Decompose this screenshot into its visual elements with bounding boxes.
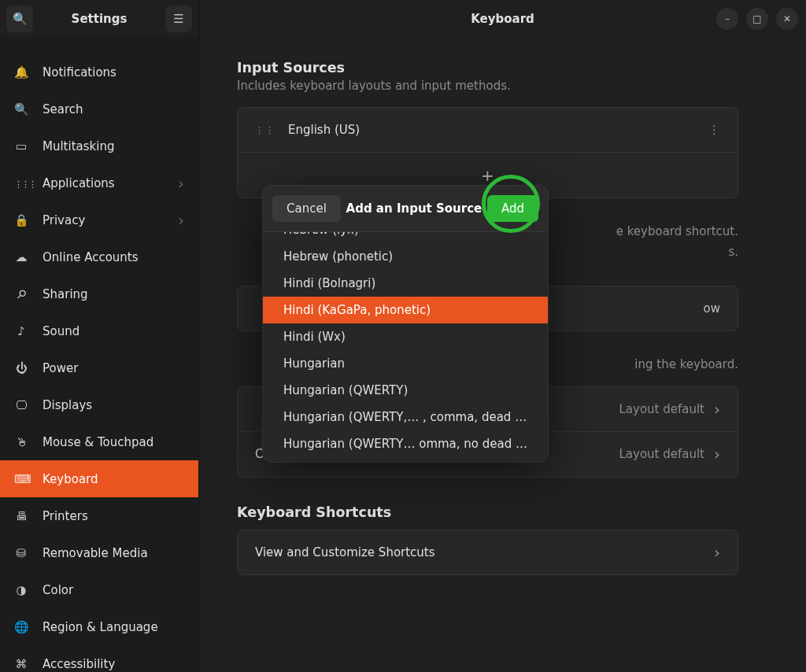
add-button[interactable]: Add bbox=[487, 195, 538, 222]
compose-key-value: Layout default bbox=[619, 447, 704, 461]
chevron-right-icon bbox=[714, 543, 720, 562]
sidebar-item-label: Applications bbox=[43, 176, 115, 190]
sidebar-item-label: Notifications bbox=[43, 65, 116, 79]
input-source-option[interactable]: Hindi (Bolnagri) bbox=[263, 270, 548, 297]
sidebar-item-printers[interactable]: Printers bbox=[0, 497, 198, 534]
sidebar-item-label: Accessibility bbox=[43, 657, 115, 671]
headerbar-left: Settings bbox=[0, 0, 199, 38]
sidebar-item-label: Sharing bbox=[43, 287, 88, 301]
sidebar[interactable]: NotificationsSearchMultitaskingApplicati… bbox=[0, 38, 199, 672]
search-button[interactable] bbox=[6, 6, 33, 32]
input-source-option[interactable]: Hindi (KaGaPa, phonetic) bbox=[263, 297, 548, 323]
sidebar-item-label: Sound bbox=[43, 324, 79, 338]
dialog-header: Cancel Add an Input Source Add bbox=[263, 186, 548, 231]
close-button[interactable]: ✕ bbox=[776, 8, 798, 30]
sidebar-item-label: Printers bbox=[43, 509, 88, 523]
sidebar-item-region-language[interactable]: Region & Language bbox=[0, 608, 198, 645]
drag-handle-icon[interactable]: ⋮⋮ bbox=[255, 125, 275, 135]
sidebar-item-mouse-touchpad[interactable]: Mouse & Touchpad bbox=[0, 423, 198, 460]
sidebar-item-color[interactable]: Color bbox=[0, 571, 198, 608]
add-input-source-dialog: Cancel Add an Input Source Add Hebrew (l… bbox=[263, 186, 548, 462]
input-source-option[interactable]: Hindi (Wx) bbox=[263, 323, 548, 350]
globe-icon bbox=[14, 620, 28, 634]
input-source-list[interactable]: Hebrew (lyx)Hebrew (phonetic)Hindi (Boln… bbox=[263, 231, 548, 462]
input-sources-title: Input Sources bbox=[237, 60, 738, 76]
minimize-button[interactable]: – bbox=[716, 8, 738, 30]
acc-icon bbox=[14, 657, 28, 671]
plus-icon: + bbox=[481, 166, 494, 185]
multitask-icon bbox=[14, 139, 28, 153]
hamburger-button[interactable] bbox=[165, 6, 192, 32]
search-icon bbox=[14, 102, 28, 116]
search-icon bbox=[13, 12, 28, 26]
alt-chars-value: Layout default bbox=[619, 402, 704, 416]
mouse-icon bbox=[14, 435, 28, 449]
headerbar-right: Keyboard – □ ✕ bbox=[199, 0, 806, 38]
sound-icon bbox=[14, 324, 28, 338]
sidebar-item-label: Keyboard bbox=[43, 472, 98, 486]
input-source-option[interactable]: Hungarian (QWERTY,… , comma, dead keys) bbox=[263, 404, 548, 430]
cloud-icon bbox=[14, 250, 28, 264]
print-icon bbox=[14, 509, 28, 523]
sidebar-item-online-accounts[interactable]: Online Accounts bbox=[0, 238, 198, 275]
app-title: Settings bbox=[39, 12, 159, 26]
sidebar-item-applications[interactable]: Applications bbox=[0, 164, 198, 201]
bell-icon bbox=[14, 65, 28, 79]
chevron-right-icon bbox=[178, 211, 184, 230]
window-controls: – □ ✕ bbox=[716, 8, 798, 30]
menu-icon bbox=[173, 12, 183, 26]
sidebar-item-accessibility[interactable]: Accessibility bbox=[0, 645, 198, 672]
maximize-button[interactable]: □ bbox=[746, 8, 768, 30]
chevron-right-icon bbox=[714, 400, 720, 419]
lock-icon bbox=[14, 213, 28, 227]
input-source-option[interactable]: Hungarian (QWERTY) bbox=[263, 377, 548, 404]
input-source-option[interactable]: Hebrew (phonetic) bbox=[263, 243, 548, 270]
view-shortcuts-row[interactable]: View and Customize Shortcuts bbox=[237, 530, 738, 575]
sidebar-item-multitasking[interactable]: Multitasking bbox=[0, 127, 198, 164]
usb-icon bbox=[14, 546, 28, 560]
sidebar-item-power[interactable]: Power bbox=[0, 349, 198, 386]
input-source-option[interactable]: Hungarian bbox=[263, 350, 548, 377]
sidebar-item-label: Power bbox=[43, 361, 78, 375]
sidebar-item-label: Removable Media bbox=[43, 546, 148, 560]
input-sources-subtitle: Includes keyboard layouts and input meth… bbox=[237, 79, 738, 93]
color-icon bbox=[14, 583, 28, 597]
sidebar-item-sound[interactable]: Sound bbox=[0, 312, 198, 349]
chevron-right-icon bbox=[714, 445, 720, 463]
sidebar-item-label: Search bbox=[43, 102, 83, 116]
sidebar-item-label: Region & Language bbox=[43, 620, 158, 634]
switch-input-label: ow bbox=[704, 301, 720, 316]
sidebar-item-label: Mouse & Touchpad bbox=[43, 435, 153, 449]
input-source-option[interactable]: Hungarian (QWERTY… omma, no dead keys) bbox=[263, 430, 548, 457]
page-title: Keyboard bbox=[199, 12, 806, 26]
share-icon bbox=[14, 287, 28, 301]
input-source-row[interactable]: ⋮⋮ English (US) ⋮ bbox=[237, 107, 738, 153]
display-icon bbox=[14, 398, 28, 412]
sidebar-item-removable-media[interactable]: Removable Media bbox=[0, 534, 198, 571]
input-source-option[interactable]: Hebrew (lyx) bbox=[263, 231, 548, 243]
headerbar: Settings Keyboard – □ ✕ bbox=[0, 0, 806, 38]
sidebar-item-label: Online Accounts bbox=[43, 250, 139, 264]
sidebar-item-label: Displays bbox=[43, 398, 92, 412]
sidebar-item-label: Multitasking bbox=[43, 139, 114, 153]
cancel-button[interactable]: Cancel bbox=[272, 195, 341, 222]
sidebar-item-notifications[interactable]: Notifications bbox=[0, 54, 198, 90]
view-shortcuts-label: View and Customize Shortcuts bbox=[255, 545, 435, 559]
sidebar-item-sharing[interactable]: Sharing bbox=[0, 275, 198, 312]
shortcuts-title: Keyboard Shortcuts bbox=[237, 504, 738, 520]
dialog-title: Add an Input Source bbox=[346, 201, 482, 216]
sidebar-item-label: Color bbox=[43, 583, 73, 597]
input-source-label: English (US) bbox=[288, 123, 360, 137]
sidebar-item-displays[interactable]: Displays bbox=[0, 386, 198, 423]
sidebar-item-privacy[interactable]: Privacy bbox=[0, 201, 198, 238]
more-icon[interactable]: ⋮ bbox=[708, 123, 720, 137]
apps-icon bbox=[14, 176, 28, 190]
sidebar-item-label: Privacy bbox=[43, 213, 85, 227]
sidebar-item-search[interactable]: Search bbox=[0, 90, 198, 127]
kbd-icon bbox=[14, 472, 28, 486]
chevron-right-icon bbox=[178, 174, 184, 193]
sidebar-item-keyboard[interactable]: Keyboard bbox=[0, 460, 198, 497]
power-icon bbox=[14, 361, 28, 375]
